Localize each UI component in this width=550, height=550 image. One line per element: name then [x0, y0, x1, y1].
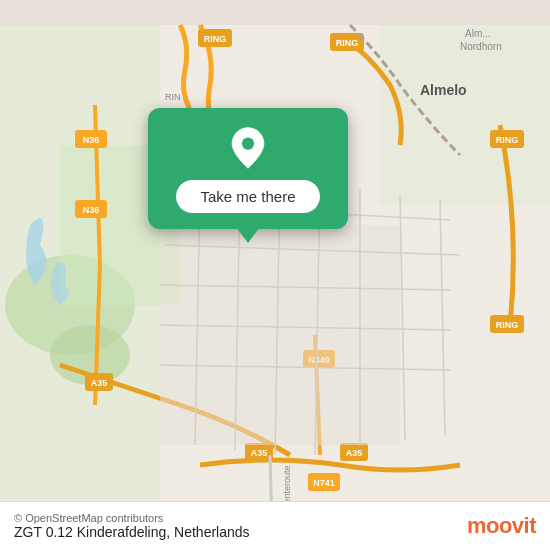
moovit-logo-text: moovit [467, 513, 536, 539]
svg-text:Nordhorn: Nordhorn [460, 41, 502, 52]
svg-text:Almelo: Almelo [420, 82, 467, 98]
svg-text:A35: A35 [346, 448, 363, 458]
svg-text:RIN: RIN [165, 92, 181, 102]
svg-text:N36: N36 [83, 205, 100, 215]
svg-text:RING: RING [336, 38, 359, 48]
svg-text:N36: N36 [83, 135, 100, 145]
svg-text:RING: RING [496, 320, 519, 330]
moovit-logo: moovit [467, 513, 536, 539]
svg-text:N741: N741 [313, 478, 335, 488]
location-pin-icon [226, 126, 270, 170]
osm-credit: © OpenStreetMap contributors [14, 512, 250, 524]
svg-rect-4 [380, 25, 550, 205]
svg-text:A35: A35 [251, 448, 268, 458]
take-me-there-button[interactable]: Take me there [176, 180, 319, 213]
location-title: ZGT 0.12 Kinderafdeling, Netherlands [14, 524, 250, 540]
svg-text:RING: RING [204, 34, 227, 44]
location-info: © OpenStreetMap contributors ZGT 0.12 Ki… [14, 512, 250, 540]
map-popup: Take me there [148, 108, 348, 229]
svg-text:RING: RING [496, 135, 519, 145]
svg-text:Alm...: Alm... [465, 28, 491, 39]
bottom-bar: © OpenStreetMap contributors ZGT 0.12 Ki… [0, 501, 550, 550]
svg-text:A35: A35 [91, 378, 108, 388]
map-background: N36 N36 A35 A35 A35 RING RING RING RING … [0, 0, 550, 550]
map-container: N36 N36 A35 A35 A35 RING RING RING RING … [0, 0, 550, 550]
svg-point-46 [242, 137, 254, 149]
